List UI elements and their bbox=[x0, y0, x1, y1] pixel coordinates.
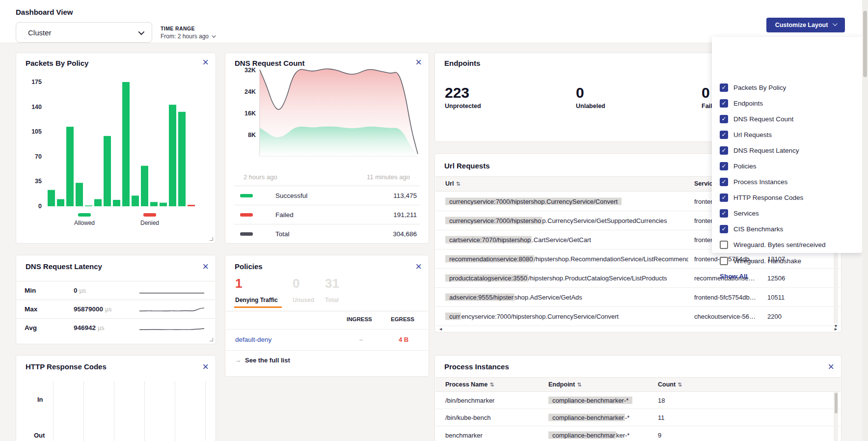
menu-item-wireguard-handshake[interactable]: ✓Wireguard. Handshake bbox=[720, 255, 801, 266]
policy-link[interactable]: default-deny bbox=[235, 336, 271, 343]
dns-request-count-chart: 8K16K24K32K bbox=[225, 68, 430, 172]
menu-item-dns-request-count[interactable]: ✓DNS Request Count bbox=[720, 113, 793, 124]
avg-sparkline bbox=[137, 322, 206, 334]
menu-item-services[interactable]: ✓Services bbox=[720, 208, 759, 219]
legend-label: Successful bbox=[275, 192, 307, 199]
close-icon[interactable]: × bbox=[415, 261, 422, 272]
menu-item-process-instances[interactable]: ✓Process Instances bbox=[720, 176, 787, 187]
checkbox-unchecked-icon[interactable]: ✓ bbox=[720, 241, 728, 249]
table-row[interactable]: benchmarker compliance-benchmarker-* 9 bbox=[435, 426, 841, 441]
customize-layout-button[interactable]: Customize Layout bbox=[766, 18, 845, 32]
legend-value: 113,475 bbox=[393, 192, 417, 199]
see-full-list-link[interactable]: →See the full list bbox=[235, 357, 290, 364]
table-row[interactable]: productcatalogservice:3550/hipstershop.P… bbox=[435, 269, 841, 288]
max-sparkline bbox=[137, 303, 206, 315]
checkbox-checked-icon[interactable]: ✓ bbox=[720, 115, 728, 123]
x-axis-right-label: 11 minutes ago bbox=[367, 173, 410, 181]
svg-text:32K: 32K bbox=[244, 68, 256, 74]
legend-row-failed: Failed 191,211 bbox=[234, 205, 420, 224]
menu-item-cis-benchmarks[interactable]: ✓CIS Benchmarks bbox=[720, 223, 783, 234]
menu-item-url-requests[interactable]: ✓Url Requests bbox=[720, 129, 772, 140]
show-all-link[interactable]: Show All bbox=[720, 273, 748, 280]
menu-item-http-response-codes[interactable]: ✓HTTP Response Codes bbox=[720, 192, 803, 203]
panel-policies: Policies × 1 Denying Traffic 0 Unused 31… bbox=[225, 255, 429, 377]
sort-icon: ⇅ bbox=[577, 382, 581, 387]
scroll-right-arrow[interactable]: ► bbox=[834, 327, 838, 331]
latency-row-avg: Avg 946942 µs bbox=[17, 318, 215, 337]
checkbox-checked-icon[interactable]: ✓ bbox=[720, 162, 728, 170]
stat-label: Unlabeled bbox=[576, 103, 605, 110]
table-row[interactable]: adservice:9555/hipstershop.AdService/Get… bbox=[435, 288, 841, 307]
scrollbar-thumb[interactable] bbox=[863, 11, 867, 77]
panel-title: Policies bbox=[235, 262, 263, 271]
legend-row-total: Total 304,686 bbox=[234, 224, 420, 243]
row-label-out: Out bbox=[34, 432, 45, 439]
latency-row-min: Min 0 µs bbox=[17, 281, 215, 300]
legend-value: 191,211 bbox=[393, 211, 417, 219]
page-title: Dashboard View bbox=[16, 8, 73, 16]
table-row[interactable]: /bin/kube-bench compliance-benchmarker-*… bbox=[435, 409, 841, 426]
close-icon[interactable]: × bbox=[202, 261, 209, 272]
checkbox-checked-icon[interactable]: ✓ bbox=[720, 99, 728, 108]
stat-value: 0 bbox=[576, 85, 605, 100]
tab-denying-traffic[interactable]: 1 Denying Traffic bbox=[235, 277, 278, 303]
column-header-count[interactable]: Count⇅ bbox=[658, 381, 682, 388]
panel-packets-by-policy: Packets By Policy × 03570105140175Allowe… bbox=[16, 53, 216, 244]
close-icon[interactable]: × bbox=[828, 361, 834, 372]
svg-text:0: 0 bbox=[38, 203, 42, 210]
table-row[interactable]: /bin/benchmarker compliance-benchmarker-… bbox=[435, 392, 841, 409]
view-selector-value: Cluster bbox=[28, 28, 138, 37]
close-icon[interactable]: × bbox=[202, 361, 209, 372]
row-label-in: In bbox=[37, 396, 43, 403]
table-row[interactable]: currencyservice:7000/hipstershop.Currenc… bbox=[435, 307, 841, 326]
scroll-left-arrow[interactable]: ◄ bbox=[438, 327, 443, 331]
column-header-process-name[interactable]: Process Name⇅ bbox=[445, 381, 494, 388]
table-vertical-scrollbar[interactable] bbox=[834, 392, 838, 441]
page-scrollbar[interactable] bbox=[862, 0, 868, 441]
x-axis-left-label: 2 hours ago bbox=[244, 173, 277, 181]
legend-label: Total bbox=[275, 230, 290, 238]
svg-text:Denied: Denied bbox=[140, 220, 159, 226]
legend-row-successful: Successful 113,475 bbox=[234, 186, 420, 205]
customize-layout-label: Customize Layout bbox=[775, 22, 828, 28]
tab-total[interactable]: 31 Total bbox=[325, 277, 339, 303]
checkbox-checked-icon[interactable]: ✓ bbox=[720, 146, 728, 155]
checkbox-checked-icon[interactable]: ✓ bbox=[720, 131, 728, 139]
panel-title: Url Requests bbox=[444, 162, 490, 170]
checkbox-checked-icon[interactable]: ✓ bbox=[720, 225, 728, 233]
tab-unused[interactable]: 0 Unused bbox=[293, 277, 314, 303]
successful-swatch bbox=[240, 194, 253, 197]
column-header-url[interactable]: Url⇅ bbox=[445, 180, 461, 187]
resize-handle[interactable] bbox=[210, 237, 213, 241]
failed-swatch bbox=[240, 213, 253, 217]
close-icon[interactable]: × bbox=[202, 57, 209, 68]
min-sparkline bbox=[137, 285, 206, 297]
column-header-egress: EGRESS bbox=[391, 316, 414, 322]
svg-text:16K: 16K bbox=[244, 110, 256, 117]
menu-item-packets-by-policy[interactable]: ✓Packets By Policy bbox=[720, 82, 786, 93]
svg-text:35: 35 bbox=[35, 178, 42, 185]
checkbox-checked-icon[interactable]: ✓ bbox=[720, 83, 728, 92]
checkbox-checked-icon[interactable]: ✓ bbox=[720, 209, 728, 218]
stat-unlabeled: 0 Unlabeled bbox=[576, 85, 605, 110]
legend-value: 304,686 bbox=[393, 230, 417, 238]
menu-item-policies[interactable]: ✓Policies bbox=[720, 161, 757, 171]
menu-item-wireguard-bytes[interactable]: ✓Wireguard. Bytes sent/received bbox=[720, 239, 826, 250]
panel-dns-request-latency: DNS Request Latency × Min 0 µs Max 95879… bbox=[16, 255, 216, 344]
checkbox-checked-icon[interactable]: ✓ bbox=[720, 178, 728, 186]
sort-icon: ⇅ bbox=[456, 181, 460, 187]
view-selector-dropdown[interactable]: Cluster bbox=[16, 22, 152, 43]
menu-item-endpoints[interactable]: ✓Endpoints bbox=[720, 98, 763, 109]
close-icon[interactable]: × bbox=[415, 57, 422, 68]
resize-handle[interactable] bbox=[210, 338, 213, 341]
menu-item-dns-request-latency[interactable]: ✓DNS Request Latency bbox=[720, 145, 799, 156]
time-range-value[interactable]: From: 2 hours ago bbox=[161, 33, 215, 40]
http-chart-grid bbox=[53, 381, 217, 441]
panel-process-instances: Process Instances × Process Name⇅ Endpoi… bbox=[434, 355, 841, 441]
svg-text:175: 175 bbox=[31, 79, 42, 85]
checkbox-checked-icon[interactable]: ✓ bbox=[720, 193, 728, 202]
stat-label: Unprotected bbox=[445, 103, 481, 110]
checkbox-unchecked-icon[interactable]: ✓ bbox=[720, 257, 728, 265]
panel-title: DNS Request Latency bbox=[26, 262, 102, 271]
column-header-endpoint[interactable]: Endpoint⇅ bbox=[548, 381, 581, 388]
